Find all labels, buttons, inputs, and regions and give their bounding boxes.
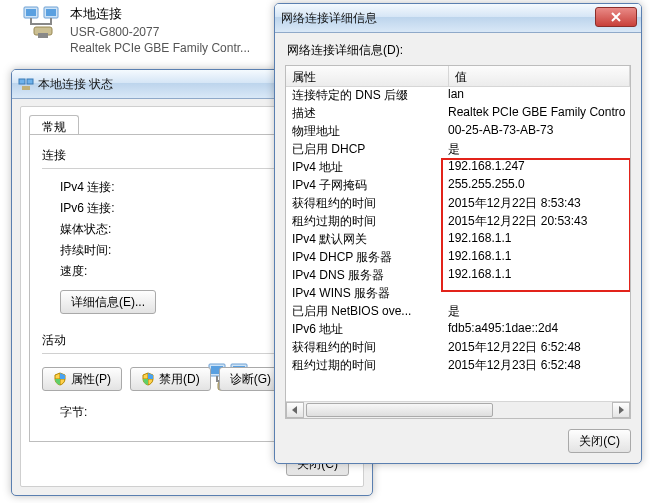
table-row[interactable]: IPv6 地址fdb5:a495:1dae::2d4 — [286, 320, 630, 338]
table-row[interactable]: 获得租约的时间2015年12月22日 8:53:43 — [286, 194, 630, 212]
property-cell: IPv4 DNS 服务器 — [286, 266, 442, 284]
details-window-title: 网络连接详细信息 — [281, 10, 377, 27]
value-cell: 00-25-AB-73-AB-73 — [442, 122, 630, 140]
property-cell: 已启用 DHCP — [286, 140, 442, 158]
value-cell: Realtek PCIe GBE Family Contro — [442, 104, 630, 122]
duration-label: 持续时间: — [60, 242, 111, 259]
scroll-thumb[interactable] — [306, 403, 493, 417]
svg-rect-3 — [46, 9, 56, 16]
column-value[interactable]: 值 — [449, 66, 630, 86]
shield-icon — [53, 372, 67, 386]
property-cell: 获得租约的时间 — [286, 194, 442, 212]
table-row[interactable]: 已启用 NetBIOS ove...是 — [286, 302, 630, 320]
property-cell: 描述 — [286, 104, 442, 122]
close-icon[interactable] — [595, 7, 637, 27]
svg-rect-1 — [26, 9, 36, 16]
property-cell: IPv4 DHCP 服务器 — [286, 248, 442, 266]
ipv6-conn-label: IPv6 连接: — [60, 200, 115, 217]
details-button[interactable]: 详细信息(E)... — [60, 290, 156, 314]
adapter-device: Realtek PCIe GBE Family Contr... — [70, 41, 250, 55]
table-row[interactable]: IPv4 WINS 服务器 — [286, 284, 630, 302]
value-cell: 是 — [442, 140, 630, 158]
svg-rect-6 — [19, 79, 25, 84]
table-row[interactable]: 租约过期的时间2015年12月22日 20:53:43 — [286, 212, 630, 230]
svg-rect-7 — [27, 79, 33, 84]
details-close-button[interactable]: 关闭(C) — [568, 429, 631, 453]
property-cell: IPv4 WINS 服务器 — [286, 284, 442, 302]
value-cell: 是 — [442, 302, 630, 320]
property-cell: IPv4 默认网关 — [286, 230, 442, 248]
column-property[interactable]: 属性 — [286, 66, 449, 86]
window-icon — [18, 76, 34, 92]
property-cell: 物理地址 — [286, 122, 442, 140]
table-row[interactable]: IPv4 DNS 服务器192.168.1.1 — [286, 266, 630, 284]
table-row[interactable]: 物理地址00-25-AB-73-AB-73 — [286, 122, 630, 140]
property-cell: IPv4 地址 — [286, 158, 442, 176]
table-row[interactable]: 租约过期的时间2015年12月23日 6:52:48 — [286, 356, 630, 374]
property-cell: IPv4 子网掩码 — [286, 176, 442, 194]
details-list[interactable]: 属性 值 连接特定的 DNS 后缀lan描述Realtek PCIe GBE F… — [285, 65, 631, 419]
status-window-title: 本地连接 状态 — [38, 76, 113, 93]
shield-icon — [141, 372, 155, 386]
value-cell: fdb5:a495:1dae::2d4 — [442, 320, 630, 338]
value-cell — [442, 284, 630, 302]
scroll-left-icon[interactable] — [286, 402, 304, 418]
details-window: 网络连接详细信息 网络连接详细信息(D): 属性 值 连接特定的 DNS 后缀l… — [274, 3, 642, 464]
table-row[interactable]: 描述Realtek PCIe GBE Family Contro — [286, 104, 630, 122]
table-row[interactable]: IPv4 地址192.168.1.247 — [286, 158, 630, 176]
value-cell: 2015年12月22日 8:53:43 — [442, 194, 630, 212]
value-cell: 2015年12月22日 6:52:48 — [442, 338, 630, 356]
table-row[interactable]: 获得租约的时间2015年12月22日 6:52:48 — [286, 338, 630, 356]
disable-button[interactable]: 禁用(D) — [130, 367, 211, 391]
bytes-label: 字节: — [60, 404, 87, 421]
adapter-icon — [22, 3, 62, 43]
table-row[interactable]: IPv4 子网掩码255.255.255.0 — [286, 176, 630, 194]
value-cell: lan — [442, 86, 630, 104]
adapter-title: 本地连接 — [70, 5, 250, 23]
svg-rect-8 — [22, 86, 30, 90]
adapter-ssid: USR-G800-2077 — [70, 25, 250, 39]
properties-button[interactable]: 属性(P) — [42, 367, 122, 391]
value-cell: 192.168.1.1 — [442, 248, 630, 266]
property-cell: 租约过期的时间 — [286, 212, 442, 230]
table-row[interactable]: IPv4 默认网关192.168.1.1 — [286, 230, 630, 248]
horizontal-scrollbar[interactable] — [286, 401, 630, 418]
details-label: 网络连接详细信息(D): — [287, 42, 631, 59]
value-cell: 255.255.255.0 — [442, 176, 630, 194]
value-cell: 2015年12月23日 6:52:48 — [442, 356, 630, 374]
ipv4-conn-label: IPv4 连接: — [60, 179, 115, 196]
property-cell: 已启用 NetBIOS ove... — [286, 302, 442, 320]
svg-rect-5 — [38, 33, 48, 38]
value-cell: 192.168.1.1 — [442, 266, 630, 284]
details-titlebar[interactable]: 网络连接详细信息 — [275, 4, 641, 33]
value-cell: 2015年12月22日 20:53:43 — [442, 212, 630, 230]
scroll-right-icon[interactable] — [612, 402, 630, 418]
table-row[interactable]: 已启用 DHCP是 — [286, 140, 630, 158]
media-state-label: 媒体状态: — [60, 221, 111, 238]
property-cell: IPv6 地址 — [286, 320, 442, 338]
table-row[interactable]: 连接特定的 DNS 后缀lan — [286, 86, 630, 104]
value-cell: 192.168.1.1 — [442, 230, 630, 248]
property-cell: 连接特定的 DNS 后缀 — [286, 86, 442, 104]
speed-label: 速度: — [60, 263, 87, 280]
diagnose-button[interactable]: 诊断(G) — [219, 367, 282, 391]
value-cell: 192.168.1.247 — [442, 158, 630, 176]
property-cell: 租约过期的时间 — [286, 356, 442, 374]
property-cell: 获得租约的时间 — [286, 338, 442, 356]
table-row[interactable]: IPv4 DHCP 服务器192.168.1.1 — [286, 248, 630, 266]
